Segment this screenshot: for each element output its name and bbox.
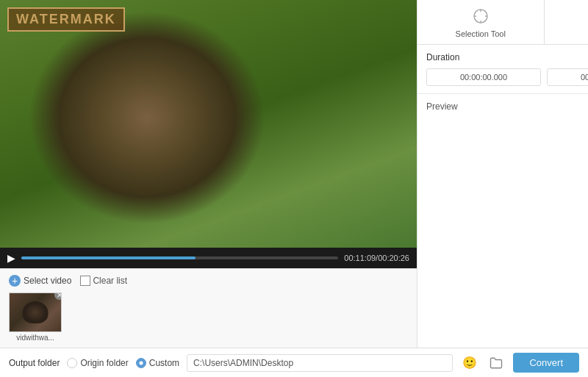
- end-time-field[interactable]: [547, 68, 588, 86]
- video-controls: ▶ 00:11:09/00:20:26: [0, 248, 417, 268]
- smiley-icon[interactable]: 🙂: [460, 353, 479, 373]
- add-icon: +: [9, 275, 21, 287]
- frog-art: [0, 0, 417, 248]
- origin-radio[interactable]: [67, 358, 77, 368]
- progress-bar-fill: [21, 256, 196, 259]
- thumb-image: ✕: [9, 292, 62, 332]
- main-area: WATERMARK ▶ 00:11:09/00:20:26 + Select v…: [0, 0, 588, 348]
- add-video-label: Select video: [24, 276, 71, 286]
- play-button[interactable]: ▶: [7, 252, 15, 264]
- duration-fields: [426, 68, 588, 86]
- add-video-button[interactable]: + Select video: [9, 275, 71, 287]
- thumb-bear-art: [23, 301, 49, 323]
- duration-section: Duration: [417, 45, 588, 94]
- progress-bar[interactable]: [21, 256, 338, 259]
- duration-title: Duration: [426, 52, 588, 62]
- thumb-label: vidwithwa...: [9, 334, 62, 342]
- selection-tool-button[interactable]: Selection Tool: [417, 0, 545, 44]
- folder-icon[interactable]: [487, 353, 506, 373]
- selection-tool-label: Selection Tool: [456, 29, 506, 38]
- file-thumbnails: ✕ vidwithwa...: [9, 292, 408, 342]
- clear-label: Clear list: [93, 276, 127, 286]
- custom-folder-label: Custom: [149, 358, 179, 368]
- start-time-field[interactable]: [426, 68, 541, 86]
- origin-folder-label: Origin folder: [80, 358, 128, 368]
- right-panel: Selection Tool Add parts Duration Previ: [417, 0, 588, 348]
- preview-section: Preview: [417, 94, 588, 348]
- right-toolbar: Selection Tool Add parts: [417, 0, 588, 45]
- clear-list-button[interactable]: Clear list: [80, 276, 127, 286]
- output-bar: Output folder Origin folder Custom 🙂 Con…: [0, 348, 588, 377]
- custom-folder-option[interactable]: Custom: [136, 358, 179, 368]
- selection-tool-icon: [470, 6, 491, 26]
- time-display: 00:11:09/00:20:26: [344, 254, 409, 262]
- video-panel: WATERMARK ▶ 00:11:09/00:20:26 + Select v…: [0, 0, 417, 348]
- file-list-toolbar: + Select video Clear list: [9, 275, 408, 287]
- watermark-label: WATERMARK: [7, 7, 125, 32]
- output-folder-label: Output folder: [9, 358, 60, 368]
- checkbox-icon: [80, 276, 90, 286]
- video-thumbnail: WATERMARK: [0, 0, 417, 248]
- file-thumbnail-item: ✕ vidwithwa...: [9, 292, 62, 342]
- file-list-area: + Select video Clear list ✕ vidwithwa...: [0, 268, 417, 348]
- add-parts-button[interactable]: Add parts: [545, 0, 589, 44]
- preview-label: Preview: [426, 101, 458, 112]
- thumb-close-button[interactable]: ✕: [54, 292, 62, 300]
- custom-radio[interactable]: [136, 358, 146, 368]
- convert-button[interactable]: Convert: [513, 353, 579, 373]
- output-path-field[interactable]: [187, 354, 453, 372]
- video-container: WATERMARK: [0, 0, 417, 248]
- origin-folder-option[interactable]: Origin folder: [67, 358, 128, 368]
